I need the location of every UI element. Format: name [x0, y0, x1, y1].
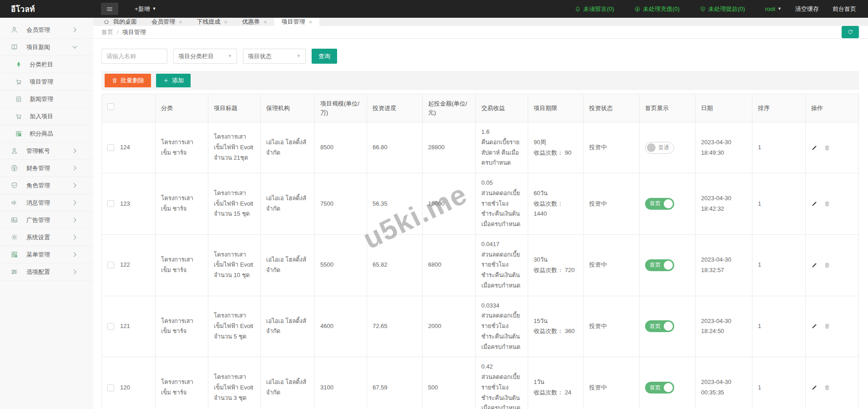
chevron-icon: [71, 251, 79, 258]
delete-button[interactable]: [824, 145, 830, 151]
cell-min-invest: 10000: [423, 173, 476, 235]
tab-item[interactable]: 我的桌面 ×: [96, 18, 144, 26]
delete-button[interactable]: [824, 384, 830, 391]
delete-button[interactable]: [824, 323, 830, 329]
add-button[interactable]: 添加: [156, 74, 191, 87]
tab-item[interactable]: 下线提成 ×: [190, 18, 235, 26]
sidebar-item[interactable]: 财务管理: [0, 160, 93, 177]
cell-actions: [806, 234, 859, 296]
sidebar-item[interactable]: 新闻管理: [0, 91, 93, 108]
breadcrumb-home-link[interactable]: 首页: [101, 28, 113, 36]
caret-down-icon: ▼: [228, 54, 232, 58]
pencil-icon: [811, 384, 818, 391]
edit-button[interactable]: [811, 323, 818, 329]
pending-withdraw-link[interactable]: 未处理提款(0): [700, 5, 745, 13]
pending-recharge-link[interactable]: 未处理充值(0): [634, 5, 680, 13]
sidebar-item[interactable]: 加入项目: [0, 108, 93, 125]
home-show-toggle[interactable]: 首页: [645, 198, 674, 210]
trash-icon: [824, 145, 830, 151]
cell-progress: 66.80: [367, 122, 423, 173]
home-show-toggle[interactable]: 首页: [645, 320, 674, 332]
row-checkbox[interactable]: [107, 200, 114, 207]
cell-actions: [806, 357, 859, 409]
sidebar-toggle-button[interactable]: [101, 3, 118, 15]
shield-icon: [10, 182, 18, 189]
sidebar-item-label: 消息管理: [26, 199, 71, 207]
cell-status: 投资中: [584, 357, 640, 409]
cell-category: โครงการเสาเข็ม ชาร์จ: [156, 296, 208, 357]
sidebar-item[interactable]: 系统设置: [0, 229, 93, 246]
cell-category: โครงการเสาเข็ม ชาร์จ: [156, 234, 208, 296]
refresh-button[interactable]: [842, 26, 859, 38]
tab-close-icon[interactable]: ×: [179, 19, 182, 25]
status-select[interactable]: 项目状态 ▼: [243, 49, 306, 64]
row-checkbox[interactable]: [107, 384, 114, 391]
batch-delete-button[interactable]: 批量删除: [105, 74, 151, 87]
cell-duration: 1วัน收益次数： 24: [528, 357, 584, 409]
cell-home-show: 普通: [640, 122, 696, 173]
toolbar-strip: 批量删除 添加: [101, 71, 859, 90]
tab-close-icon[interactable]: ×: [309, 19, 313, 25]
cell-status: 投资中: [584, 173, 640, 235]
sidebar-item[interactable]: 选项配置: [0, 263, 93, 281]
sidebar-item[interactable]: 角色管理: [0, 177, 93, 194]
tree-icon: [15, 61, 22, 68]
delete-button[interactable]: [824, 262, 830, 268]
sidebar-item[interactable]: 项目新闻: [0, 39, 93, 56]
cell-category: โครงการเสาเข็ม ชาร์จ: [156, 357, 208, 409]
sidebar-item[interactable]: 菜单管理: [0, 246, 93, 263]
tab-item[interactable]: 项目管理 ×: [274, 18, 320, 26]
home-show-toggle[interactable]: 首页: [645, 259, 674, 271]
sidebar-item-label: 角色管理: [26, 182, 71, 190]
select-all-checkbox[interactable]: [107, 103, 114, 110]
edit-button[interactable]: [811, 145, 818, 151]
unread-messages-link[interactable]: 未读留言(0): [575, 5, 614, 13]
tab-item[interactable]: 会员管理 ×: [144, 18, 190, 26]
cell-home-show: 首页: [640, 234, 696, 296]
sidebar-item[interactable]: 积分商品: [0, 125, 93, 142]
filter-bar: 项目分类栏目 ▼ 项目状态 ▼ 查询: [101, 49, 859, 64]
search-button[interactable]: 查询: [312, 49, 337, 64]
category-select[interactable]: 项目分类栏目 ▼: [173, 49, 237, 64]
sidebar-item[interactable]: 项目管理: [0, 73, 93, 91]
edit-button[interactable]: [811, 262, 818, 268]
sidebar-item[interactable]: 会员管理: [0, 21, 93, 39]
topbar-right: 未读留言(0) 未处理充值(0) 未处理提款(0) root ▼ 清空缓存 前台…: [555, 5, 856, 13]
tab-bar: 我的桌面 × 会员管理 × 下线提成 × 优惠券 ×: [93, 18, 868, 26]
home-icon: [103, 19, 110, 25]
front-home-link[interactable]: 前台首页: [833, 5, 856, 13]
row-checkbox[interactable]: [107, 262, 114, 268]
row-checkbox[interactable]: [107, 323, 114, 330]
tab-label: 项目管理: [282, 18, 305, 26]
cell-title: โครงการเสาเข็มไฟฟ้า Evolt จำนวน 3 ชุด: [208, 357, 261, 409]
sidebar-item[interactable]: 消息管理: [0, 194, 93, 212]
sidebar-item[interactable]: 广告管理: [0, 212, 93, 229]
user-menu[interactable]: root ▼: [765, 5, 782, 12]
cell-home-show: 首页: [640, 296, 696, 357]
cart-icon: [15, 113, 22, 120]
chevron-icon: [71, 147, 79, 155]
cell-progress: 65.82: [367, 234, 423, 296]
row-checkbox[interactable]: [107, 144, 114, 151]
sidebar-item-label: 加入项目: [30, 112, 87, 121]
tab-close-icon[interactable]: ×: [224, 19, 228, 25]
cell-title: โครงการเสาเข็มไฟฟ้า Evolt จำนวน 21ชุด: [208, 122, 261, 173]
tab-close-icon[interactable]: ×: [263, 19, 267, 25]
tab-item[interactable]: 优惠券 ×: [235, 18, 274, 26]
column-header: 日期: [696, 94, 752, 122]
cell-progress: 72.65: [367, 296, 423, 357]
cell-sort: 1: [752, 122, 806, 173]
clear-cache-link[interactable]: 清空缓存: [795, 5, 819, 13]
row-id: 120: [120, 383, 130, 393]
grid-icon: [15, 130, 22, 137]
home-show-toggle[interactable]: 普通: [645, 142, 674, 154]
edit-button[interactable]: [811, 201, 818, 207]
sidebar-item[interactable]: 分类栏目: [0, 56, 93, 73]
cell-min-invest: 2000: [423, 296, 476, 357]
new-dropdown-button[interactable]: +新增 ▼: [135, 5, 156, 13]
edit-button[interactable]: [811, 384, 818, 391]
delete-button[interactable]: [824, 201, 830, 207]
sidebar-item[interactable]: 管理帐号: [0, 142, 93, 160]
home-show-toggle[interactable]: 首页: [645, 382, 674, 394]
name-search-input[interactable]: [101, 49, 167, 64]
